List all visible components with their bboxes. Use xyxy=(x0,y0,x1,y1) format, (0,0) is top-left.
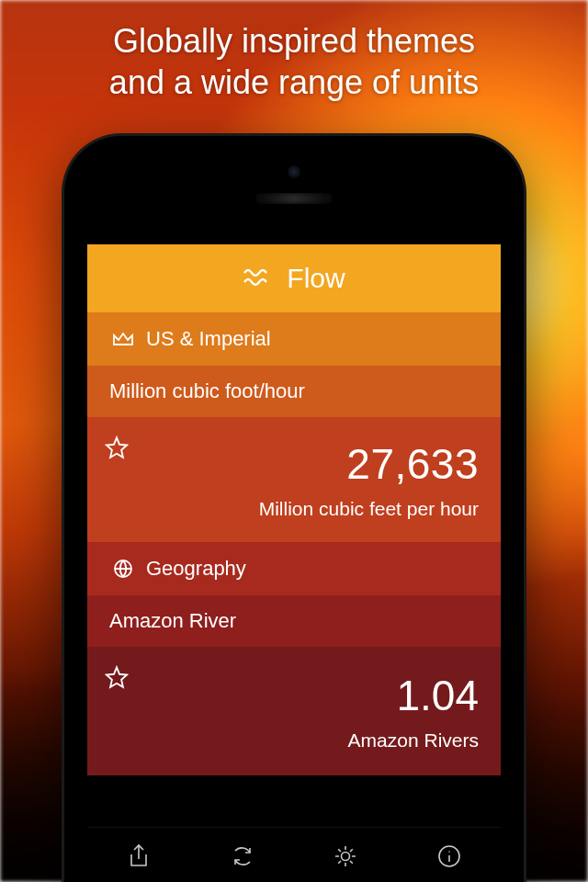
gear-icon xyxy=(332,842,359,874)
svg-point-3 xyxy=(448,851,450,853)
unit-1-label: Million cubic foot/hour xyxy=(109,379,305,403)
share-icon xyxy=(127,842,151,874)
app-screen: Flow US & Imperial Million cubic foot/ho… xyxy=(87,244,501,882)
marketing-headline: Globally inspired themes and a wide rang… xyxy=(0,20,588,103)
unit-2-label: Amazon River xyxy=(109,609,236,633)
category-title: Flow xyxy=(287,263,345,294)
value-1-number: 27,633 xyxy=(346,439,479,489)
unit-group-1-label: US & Imperial xyxy=(146,327,271,351)
unit-2-selector[interactable]: Amazon River xyxy=(87,595,501,647)
headline-line1: Globally inspired themes xyxy=(113,22,475,60)
unit-group-2-label: Geography xyxy=(146,557,246,581)
info-icon xyxy=(436,843,462,873)
unit-1-selector[interactable]: Million cubic foot/hour xyxy=(87,366,501,417)
value-1-unit-label: Million cubic feet per hour xyxy=(259,498,479,520)
favorite-2-star-icon[interactable] xyxy=(104,665,130,695)
headline-line2: and a wide range of units xyxy=(109,63,479,101)
refresh-button[interactable] xyxy=(222,838,263,878)
unit-group-2[interactable]: Geography xyxy=(87,542,501,595)
globe-icon xyxy=(100,558,146,580)
share-button[interactable] xyxy=(119,838,159,878)
refresh-icon xyxy=(229,842,256,874)
phone-earpiece xyxy=(255,193,333,204)
phone-frame: Flow US & Imperial Million cubic foot/ho… xyxy=(64,136,524,882)
value-2-row[interactable]: 1.04 Amazon Rivers xyxy=(87,647,501,775)
value-1-row[interactable]: 27,633 Million cubic feet per hour xyxy=(87,417,501,542)
bottom-toolbar xyxy=(87,827,501,882)
phone-sensor xyxy=(288,165,300,178)
value-2-unit-label: Amazon Rivers xyxy=(348,729,479,752)
unit-group-1[interactable]: US & Imperial xyxy=(87,312,501,366)
value-2-number: 1.04 xyxy=(396,671,479,720)
crown-icon xyxy=(100,330,146,348)
waves-icon xyxy=(243,266,274,290)
svg-point-1 xyxy=(342,852,350,860)
settings-button[interactable] xyxy=(325,838,366,878)
info-button[interactable] xyxy=(429,838,469,878)
category-header[interactable]: Flow xyxy=(87,244,501,312)
favorite-1-star-icon[interactable] xyxy=(104,435,130,465)
